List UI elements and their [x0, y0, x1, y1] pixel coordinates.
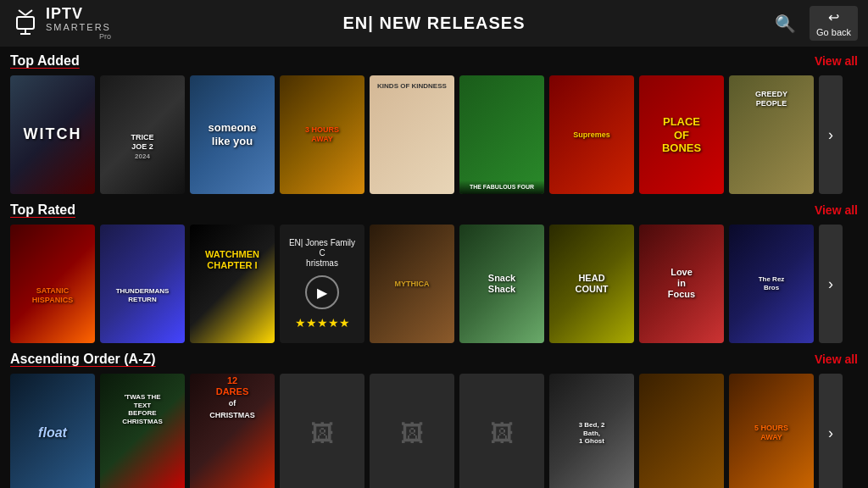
header-right: 🔍 ↩ Go back	[775, 6, 858, 41]
placeholder-icon-2: 🖼	[400, 419, 424, 447]
movie-title-3hours: 3 HOURSAWAY	[302, 122, 342, 147]
movie-card-thundermans[interactable]: THUNDERMANSRETURN	[100, 225, 185, 343]
movie-title-12dares: 12 DARESof CHRISTMAS	[206, 374, 259, 423]
movie-card-placeholder-3[interactable]: 🖼	[459, 374, 544, 488]
section-top-added: Top Added View all WITCH TRICE JOE 22024…	[10, 53, 858, 194]
svg-line-1	[25, 10, 32, 15]
movie-card-someone[interactable]: someonelike you	[190, 75, 275, 194]
movie-title-action1	[678, 430, 685, 436]
movie-title-supremes: Supremes	[570, 127, 614, 143]
movie-card-action2[interactable]: 5 HOURSAWAY	[729, 374, 814, 488]
section-top-rated: Top Rated View all SATANICHISPANICS THUN…	[10, 202, 858, 343]
logo-area: IPTV SMARTERS Pro	[10, 6, 111, 42]
top-rated-row: SATANICHISPANICS THUNDERMANSRETURN WATCH…	[10, 225, 858, 343]
ascending-next-button[interactable]: ›	[819, 374, 843, 488]
logo-text: IPTV SMARTERS Pro	[46, 6, 111, 42]
movie-card-twas[interactable]: 'TWAS THE TEXT BEFORE CHRISTMAS	[100, 374, 185, 488]
view-all-top-added[interactable]: View all	[815, 54, 858, 68]
jones-stars: ★★★★★	[295, 316, 350, 330]
movie-card-3bed[interactable]: 3 Bed, 2 Bath,1 Ghost	[549, 374, 634, 488]
movie-title-witch: WITCH	[20, 122, 86, 147]
movie-card-jones[interactable]: EN| Jones Family Christmas ▶ ★★★★★	[280, 225, 364, 343]
movie-card-fabulous[interactable]: THE FABULOUS FOUR	[459, 75, 544, 194]
movie-title-headcount: HEADCOUNT	[571, 269, 611, 298]
jones-play-icon: ▶	[305, 275, 339, 309]
movie-card-watchmen[interactable]: WATCHMENCHAPTER I	[190, 225, 275, 343]
movie-card-snack[interactable]: SnackShack	[459, 225, 544, 343]
movie-card-kindness[interactable]: KINDS OF KINDNESS	[370, 75, 454, 194]
logo-smarters: SMARTERS	[46, 22, 111, 32]
top-rated-next-button[interactable]: ›	[819, 225, 843, 343]
svg-line-0	[19, 10, 25, 15]
view-all-ascending[interactable]: View all	[815, 352, 858, 366]
top-added-row: WITCH TRICE JOE 22024 someonelike you 3 …	[10, 75, 858, 194]
view-all-top-rated[interactable]: View all	[815, 203, 858, 217]
search-icon: 🔍	[775, 14, 796, 33]
movie-card-placeholder-2[interactable]: 🖼	[370, 374, 454, 488]
placeholder-icon-1: 🖼	[310, 419, 334, 447]
movie-card-bones[interactable]: PLACEOFBONES	[639, 75, 724, 194]
movie-title-thundermans: THUNDERMANSRETURN	[113, 284, 173, 307]
section-header-top-added: Top Added View all	[10, 53, 858, 69]
movie-card-3hours[interactable]: 3 HOURSAWAY	[280, 75, 364, 194]
content-area: Top Added View all WITCH TRICE JOE 22024…	[0, 47, 868, 488]
jones-title: EN| Jones Family Christmas	[287, 238, 358, 269]
section-title-top-added: Top Added	[10, 53, 80, 69]
movie-title-bones: PLACEOFBONES	[659, 112, 704, 158]
chevron-right-icon-3: ›	[828, 424, 833, 442]
header: IPTV SMARTERS Pro EN| NEW RELEASES 🔍 ↩ G…	[0, 0, 868, 47]
movie-title-twas: 'TWAS THE TEXT BEFORE CHRISTMAS	[119, 390, 166, 429]
section-header-ascending: Ascending Order (A-Z) View all	[10, 352, 858, 367]
movie-title-watchmen: WATCHMENCHAPTER I	[202, 246, 263, 274]
ascending-row: float 'TWAS THE TEXT BEFORE CHRISTMAS 12…	[10, 374, 858, 488]
go-back-label: Go back	[816, 27, 851, 37]
movie-card-float[interactable]: float	[10, 374, 95, 488]
section-ascending: Ascending Order (A-Z) View all float 'TW…	[10, 352, 858, 488]
movie-card-supremes[interactable]: Supremes	[549, 75, 634, 194]
movie-title-satanic: SATANICHISPANICS	[29, 283, 76, 308]
movie-card-placeholder-1[interactable]: 🖼	[280, 374, 364, 488]
svg-rect-2	[17, 17, 34, 29]
movie-card-action1[interactable]	[639, 374, 724, 488]
movie-title-someone: someonelike you	[204, 118, 259, 151]
chevron-right-icon-2: ›	[828, 275, 833, 293]
movie-card-lovefocus[interactable]: Lovein Focus	[639, 225, 724, 343]
movie-card-satanic[interactable]: SATANICHISPANICS	[10, 225, 95, 343]
logo-iptv: IPTV	[46, 6, 111, 23]
chevron-right-icon: ›	[828, 126, 833, 144]
go-back-icon: ↩	[828, 9, 839, 25]
movie-title-kindness: KINDS OF KINDNESS	[370, 79, 454, 94]
search-button[interactable]: 🔍	[775, 14, 796, 34]
logo-pro: Pro	[99, 33, 111, 42]
movie-card-12dares[interactable]: 12 DARESof CHRISTMAS	[190, 374, 275, 488]
movie-title-trice: TRICE JOE 22024	[121, 130, 164, 164]
movie-card-headcount[interactable]: HEADCOUNT	[549, 225, 634, 343]
movie-title-3bed: 3 Bed, 2 Bath,1 Ghost	[570, 418, 613, 449]
movie-title-greedy: GREEDYPEOPLE	[752, 86, 791, 112]
movie-title-mythica: MYTHICA	[392, 276, 433, 292]
movie-title-lovefocus: Lovein Focus	[660, 263, 703, 304]
movie-title-float: float	[35, 421, 70, 444]
section-header-top-rated: Top Rated View all	[10, 202, 858, 218]
movie-card-witch[interactable]: WITCH	[10, 75, 95, 194]
movie-card-greedy[interactable]: GREEDYPEOPLE	[729, 75, 814, 194]
movie-title-action2: 5 HOURSAWAY	[751, 420, 792, 446]
section-title-top-rated: Top Rated	[10, 202, 75, 218]
movie-card-rezbros[interactable]: The Rez Bros	[729, 225, 814, 343]
movie-title-rezbros: The Rez Bros	[750, 272, 793, 295]
movie-title-snack: SnackShack	[485, 269, 519, 298]
section-title-ascending: Ascending Order (A-Z)	[10, 352, 156, 367]
logo-icon	[10, 8, 41, 39]
placeholder-icon-3: 🖼	[490, 419, 514, 447]
page-title: EN| NEW RELEASES	[343, 14, 526, 33]
movie-card-trice[interactable]: TRICE JOE 22024	[100, 75, 185, 194]
top-added-next-button[interactable]: ›	[819, 75, 843, 194]
movie-card-mythica[interactable]: MYTHICA	[370, 225, 454, 343]
movie-title-fabulous: THE FABULOUS FOUR	[459, 180, 544, 194]
go-back-button[interactable]: ↩ Go back	[810, 6, 858, 41]
